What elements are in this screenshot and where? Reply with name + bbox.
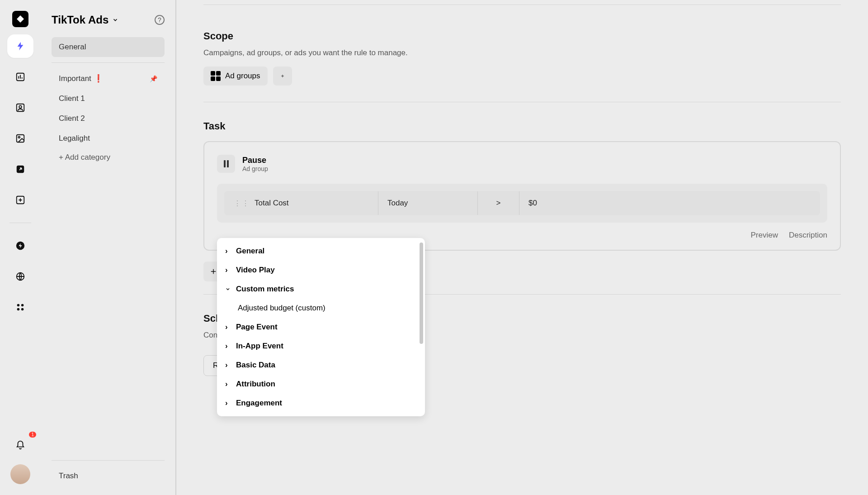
sidebar-item-client2[interactable]: Client 2 (52, 109, 165, 129)
task-action-title: Pause (242, 156, 268, 165)
notification-badge: 1 (29, 432, 36, 438)
notifications-button[interactable]: 1 (7, 433, 33, 457)
main-content: Scope Campaigns, ad groups, or ads you w… (176, 0, 868, 495)
condition-value-label: $0 (528, 199, 537, 208)
sidebar-item-label: Legalight (59, 134, 90, 143)
sidebar: TikTok Ads ? General Important ❗ 📌 Clien… (41, 0, 176, 495)
scope-title: Scope (203, 30, 841, 42)
sidebar-divider-bottom (52, 460, 165, 461)
grid-icon (211, 71, 221, 81)
chevron-down-icon (225, 286, 231, 292)
dropdown-scroll-thumb[interactable] (420, 243, 423, 344)
chevron-right-icon: › (225, 342, 231, 351)
condition-op-cell[interactable]: > (478, 191, 519, 215)
nav-contacts-icon[interactable] (7, 96, 33, 119)
task-section: Task Pause Ad group ⋮⋮ Total Co (203, 120, 841, 295)
chip-label: Ad groups (225, 71, 260, 81)
dropdown-group-custommetrics[interactable]: Custom metrics (217, 280, 425, 299)
chevron-right-icon: › (225, 247, 231, 256)
dropdown-group-attribution[interactable]: › Attribution (217, 375, 425, 394)
condition-metric-cell[interactable]: ⋮⋮ Total Cost (225, 191, 378, 215)
condition-value-cell[interactable]: $0 (519, 191, 820, 215)
sidebar-item-client1[interactable]: Client 1 (52, 89, 165, 109)
svg-point-2 (19, 105, 22, 108)
dropdown-group-inappevent[interactable]: › In-App Event (217, 337, 425, 356)
dropdown-group-basicdata[interactable]: › Basic Data (217, 356, 425, 375)
chevron-down-icon (112, 17, 118, 23)
sidebar-item-label: Trash (59, 471, 78, 481)
dropdown-group-engagement[interactable]: › Engagement (217, 394, 425, 413)
nav-globe-icon[interactable] (7, 265, 33, 288)
sidebar-item-general[interactable]: General (52, 37, 165, 57)
pause-icon (217, 155, 235, 173)
preview-button[interactable]: Preview (750, 231, 778, 240)
chevron-right-icon: › (225, 380, 231, 389)
dropdown-scrollbar[interactable] (420, 243, 423, 412)
dropdown-group-pageevent[interactable]: › Page Event (217, 318, 425, 337)
nav-media-icon[interactable] (7, 127, 33, 150)
condition-op-label: > (496, 199, 501, 208)
dropdown-item-adjusted-budget[interactable]: Adjusted budget (custom) (217, 299, 425, 318)
condition-bar: ⋮⋮ Total Cost Today > $0 (217, 184, 827, 223)
svg-point-11 (17, 308, 20, 311)
nav-bolt-circle-icon[interactable] (7, 234, 33, 257)
scope-section: Scope Campaigns, ad groups, or ads you w… (203, 30, 841, 102)
user-avatar[interactable] (10, 464, 30, 484)
nav-apps-icon[interactable] (7, 295, 33, 319)
chevron-right-icon: › (225, 266, 231, 275)
workspace-title: TikTok Ads (52, 14, 108, 26)
task-action-sub: Ad group (242, 165, 268, 172)
dropdown-group-general[interactable]: › General (217, 242, 425, 261)
nav-external-icon[interactable] (7, 157, 33, 181)
task-title: Task (203, 120, 841, 132)
plus-icon (280, 72, 285, 80)
sidebar-item-label: Client 2 (59, 114, 85, 123)
svg-point-12 (21, 308, 24, 311)
task-card: Pause Ad group ⋮⋮ Total Cost Today (203, 141, 841, 251)
svg-rect-3 (17, 135, 24, 143)
nav-divider (9, 223, 31, 223)
chevron-right-icon: › (225, 361, 231, 370)
add-category-button[interactable]: + Add category (52, 148, 165, 167)
sidebar-item-important[interactable]: Important ❗ 📌 (52, 68, 165, 89)
nav-rail: 1 (0, 0, 41, 495)
app-logo[interactable] (12, 11, 28, 27)
svg-point-10 (21, 304, 24, 307)
plus-icon (209, 267, 217, 276)
metric-dropdown[interactable]: › General › Video Play Custom metrics Ad… (217, 238, 425, 416)
help-button[interactable]: ? (155, 15, 165, 25)
sidebar-item-legalight[interactable]: Legalight (52, 129, 165, 148)
nav-add-icon[interactable] (7, 188, 33, 212)
sidebar-trash[interactable]: Trash (52, 466, 165, 486)
dropdown-group-videoplay[interactable]: › Video Play (217, 261, 425, 280)
sidebar-divider (52, 62, 165, 63)
drag-handle-icon[interactable]: ⋮⋮ (234, 199, 250, 208)
sidebar-item-label: Important ❗ (59, 74, 103, 83)
chevron-right-icon: › (225, 399, 231, 408)
description-button[interactable]: Description (789, 231, 827, 240)
condition-period-cell[interactable]: Today (378, 191, 478, 215)
svg-point-9 (17, 304, 20, 307)
condition-row: ⋮⋮ Total Cost Today > $0 (224, 191, 820, 215)
scope-desc: Campaigns, ad groups, or ads you want th… (203, 48, 841, 57)
sidebar-item-label: Client 1 (59, 94, 85, 103)
condition-metric-label: Total Cost (255, 199, 289, 208)
nav-automation-icon[interactable] (7, 34, 33, 58)
nav-analytics-icon[interactable] (7, 65, 33, 89)
svg-point-4 (18, 136, 20, 138)
scope-chip-adgroups[interactable]: Ad groups (203, 67, 268, 86)
scope-add-button[interactable] (273, 67, 292, 86)
sidebar-item-label: General (59, 43, 86, 52)
workspace-switcher[interactable]: TikTok Ads (52, 14, 118, 26)
chevron-right-icon: › (225, 323, 231, 332)
condition-period-label: Today (387, 199, 408, 208)
pin-icon[interactable]: 📌 (150, 75, 157, 82)
